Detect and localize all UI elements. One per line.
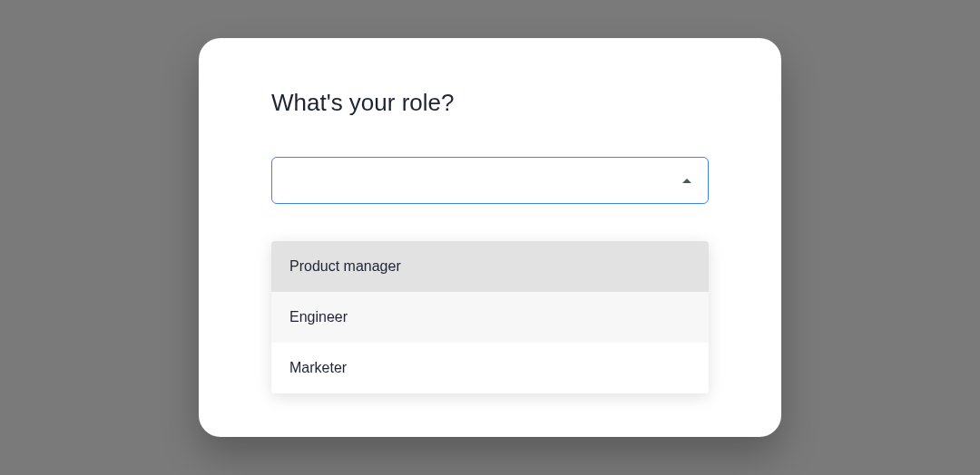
- option-label: Product manager: [289, 258, 401, 275]
- option-label: Marketer: [289, 360, 347, 376]
- role-card: What's your role? Product manager Engine…: [199, 38, 781, 437]
- option-label: Engineer: [289, 309, 348, 325]
- role-option-marketer[interactable]: Marketer: [271, 343, 709, 393]
- role-select[interactable]: [271, 157, 709, 204]
- role-option-product-manager[interactable]: Product manager: [271, 241, 709, 292]
- role-dropdown: Product manager Engineer Marketer: [271, 241, 709, 393]
- page-title: What's your role?: [271, 89, 709, 117]
- caret-up-icon: [682, 179, 691, 183]
- role-option-engineer[interactable]: Engineer: [271, 292, 709, 343]
